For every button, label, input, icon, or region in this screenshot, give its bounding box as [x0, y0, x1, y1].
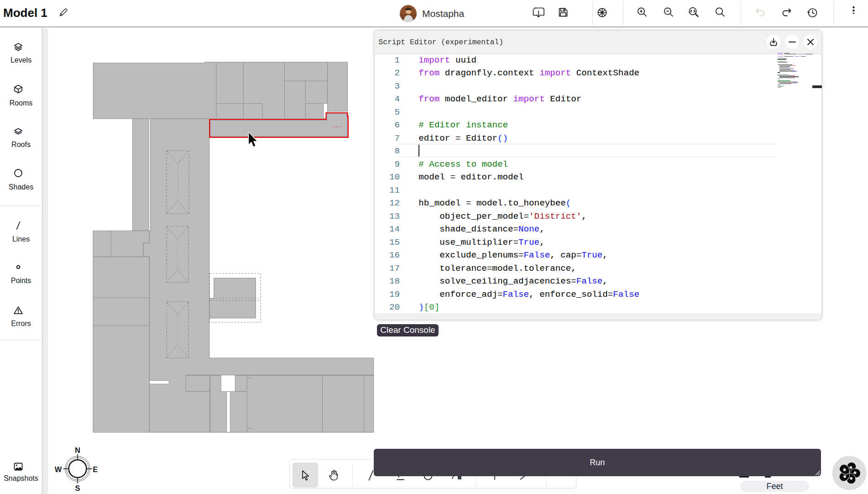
- svg-text:E: E: [93, 465, 98, 473]
- svg-text:S: S: [75, 484, 80, 492]
- svg-text:W: W: [55, 465, 62, 473]
- svg-text:Corridor 737: Corridor 737: [332, 126, 343, 128]
- svg-text:Tra.: Tra.: [248, 427, 252, 430]
- svg-text:N: N: [75, 446, 80, 454]
- svg-text:Tra.: Tra.: [248, 376, 252, 379]
